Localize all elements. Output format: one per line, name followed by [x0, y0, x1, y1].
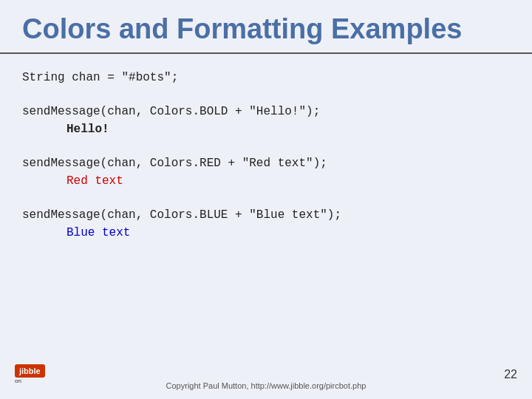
- title-bar: Colors and Formatting Examples: [0, 0, 532, 54]
- code-line-2: sendMessage(chan, Colors.BOLD + "Hello!"…: [22, 103, 510, 120]
- slide-content: String chan = "#bots"; sendMessage(chan,…: [0, 54, 532, 242]
- output-blue: Blue text: [66, 224, 510, 242]
- logo-box: jibble: [15, 364, 45, 378]
- slide-title: Colors and Formatting Examples: [22, 13, 462, 44]
- logo-sub: on: [15, 378, 21, 384]
- code-line-1: String chan = "#bots";: [22, 69, 510, 86]
- code-block-1: String chan = "#bots";: [22, 69, 510, 86]
- logo-area: jibble on: [15, 364, 45, 384]
- code-line-4: sendMessage(chan, Colors.BLUE + "Blue te…: [22, 206, 510, 224]
- footer: jibble on Copyright Paul Mutton, http://…: [0, 381, 532, 390]
- output-bold: Hello!: [66, 120, 510, 138]
- code-block-2: sendMessage(chan, Colors.BOLD + "Hello!"…: [22, 103, 510, 138]
- page-number: 22: [504, 368, 517, 381]
- slide: Colors and Formatting Examples String ch…: [0, 0, 532, 399]
- logo-wrapper: jibble on: [15, 364, 45, 384]
- code-line-3: sendMessage(chan, Colors.RED + "Red text…: [22, 154, 510, 172]
- footer-copyright: Copyright Paul Mutton, http://www.jibble…: [166, 381, 366, 390]
- code-block-3: sendMessage(chan, Colors.RED + "Red text…: [22, 154, 510, 190]
- output-red: Red text: [66, 172, 510, 190]
- code-block-4: sendMessage(chan, Colors.BLUE + "Blue te…: [22, 206, 510, 242]
